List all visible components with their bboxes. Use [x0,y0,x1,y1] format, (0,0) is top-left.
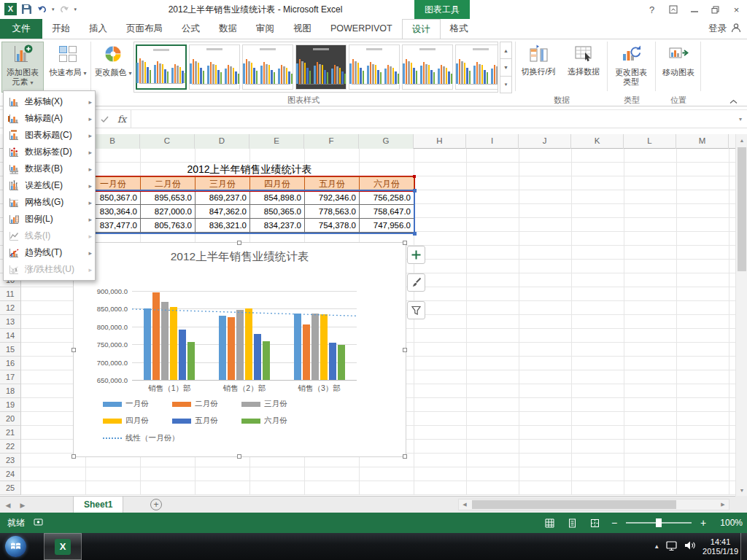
gallery-expand-button[interactable]: ▾ [500,76,512,93]
table-header-cell[interactable]: 三月份 [195,176,250,191]
show-hidden-icons-button[interactable]: ▲ [654,543,659,550]
tab-format[interactable]: 格式 [441,19,478,39]
ribbon-display-options-button[interactable] [662,0,684,19]
change-chart-type-button[interactable]: 更改图表类型 [608,42,654,93]
minimize-button[interactable] [684,0,705,19]
quick-layout-button[interactable]: 快速布局 ▾ [47,42,89,93]
chart-style-thumbnail-4[interactable] [295,44,347,90]
table-cell[interactable]: 747,956.0 [359,218,414,233]
bar-三月份-2[interactable] [236,310,244,380]
bar-五月份-2[interactable] [254,334,261,380]
bar-三月份-3[interactable] [311,314,319,380]
chart-filters-button[interactable] [407,301,425,319]
chart-resize-handle[interactable] [71,348,76,352]
tab-design[interactable]: 设计 [402,19,441,39]
menu-item-trendline[interactable]: 趋势线(T)▸ [4,244,95,261]
view-normal-button[interactable] [541,516,557,530]
zoom-out-button[interactable]: − [609,517,619,529]
x-category-label[interactable]: 销售（3）部 [282,384,357,394]
formula-input[interactable] [131,110,734,128]
help-button[interactable]: ? [641,0,662,19]
chart-elements-button[interactable] [407,246,425,264]
bar-一月份-3[interactable] [294,314,301,381]
bar-四月份-2[interactable] [245,308,252,380]
bar-五月份-3[interactable] [329,343,336,380]
zoom-slider[interactable] [626,522,692,524]
scroll-down-button[interactable]: ▼ [736,484,747,496]
vertical-scrollbar[interactable]: ▲ ▼ [735,134,747,496]
table-header-cell[interactable]: 六月份 [359,176,414,191]
clock[interactable]: 14:41 2015/1/19 [703,537,738,556]
volume-icon[interactable] [684,540,696,553]
menu-item-legend[interactable]: 图例(L)▸ [4,211,95,228]
zoom-in-button[interactable]: + [698,517,708,529]
chart-resize-handle[interactable] [403,241,407,245]
change-colors-button[interactable]: 更改颜色 ▾ [93,42,133,93]
network-icon[interactable] [666,540,678,553]
sheet-scroll-right-button[interactable]: ▶ [16,497,29,513]
column-header-J[interactable]: J [519,134,571,149]
chart-resize-handle[interactable] [403,348,407,352]
legend-item-二月份[interactable]: 二月份 [172,399,218,409]
tab-view[interactable]: 视图 [284,19,321,39]
scroll-right-button[interactable]: ▶ [717,499,729,510]
table-cell[interactable]: 854,898.0 [249,190,305,205]
chart-resize-handle[interactable] [71,454,76,459]
excel-taskbar-button[interactable]: X [44,533,82,560]
legend-item-trendline[interactable]: 线性（一月份） [103,433,179,443]
table-cell[interactable]: 754,378.0 [304,218,360,233]
table-header-cell[interactable]: 四月份 [249,176,305,191]
view-page-layout-button[interactable] [564,516,580,530]
table-cell[interactable]: 895,653.0 [140,190,196,205]
legend-item-五月份[interactable]: 五月份 [172,416,218,426]
legend-item-六月份[interactable]: 六月份 [241,416,287,426]
show-desktop-button[interactable] [740,533,747,560]
zoom-level-label[interactable]: 100% [715,518,743,528]
vertical-scrollbar-thumb[interactable] [738,147,746,271]
macro-record-button[interactable] [34,518,43,529]
table-header-cell[interactable]: 二月份 [140,176,196,191]
customize-quick-access-button[interactable]: ▾ [74,7,77,12]
table-cell[interactable]: 805,763.0 [140,218,196,233]
horizontal-scrollbar[interactable]: ◀ ▶ [458,499,729,510]
table-cell[interactable]: 836,321.0 [195,218,250,233]
table-cell[interactable]: 850,365.0 [249,204,305,219]
y-axis-label[interactable]: 750,000.0 [75,341,128,349]
table-header-cell[interactable]: 五月份 [304,176,360,191]
table-cell[interactable]: 834,237.0 [249,218,305,233]
column-header-H[interactable]: H [414,134,466,149]
menu-item-axis-titles[interactable]: 轴标题(A)▸ [4,110,95,127]
tab-powerpivot[interactable]: POWERPIVOT [321,19,402,39]
sheet-title-cell[interactable]: 2012上半年销售业绩统计表 [85,163,414,176]
add-sheet-button[interactable]: + [150,499,162,510]
chart-styles-button[interactable] [407,273,425,292]
zoom-slider-thumb[interactable] [656,518,662,527]
menu-item-data-labels[interactable]: 数据标签(D)▸ [4,144,95,160]
enter-button[interactable] [96,110,113,128]
table-cell[interactable]: 756,258.0 [359,190,414,205]
table-cell[interactable]: 778,563.0 [304,204,360,219]
y-axis-label[interactable]: 650,000.0 [75,376,128,384]
bar-一月份-2[interactable] [219,316,226,380]
column-header-I[interactable]: I [466,134,519,149]
bar-二月份-3[interactable] [303,324,310,380]
sign-in-button[interactable]: 登录 [708,19,741,39]
save-button[interactable] [21,4,32,15]
y-axis-label[interactable]: 850,000.0 [75,305,128,313]
table-cell[interactable]: 869,237.0 [195,190,250,205]
close-button[interactable]: × [726,0,747,19]
horizontal-scrollbar-thumb[interactable] [472,500,676,509]
x-category-label[interactable]: 销售（1）部 [132,384,207,394]
bar-三月份-1[interactable] [161,302,169,380]
undo-dropdown-icon[interactable]: ▾ [52,7,55,12]
insert-function-button[interactable]: fx [113,110,131,128]
legend-item-一月份[interactable]: 一月份 [103,399,149,409]
bar-二月份-2[interactable] [228,317,235,380]
chart-resize-handle[interactable] [237,241,241,245]
column-header-M[interactable]: M [676,134,729,149]
table-cell[interactable]: 758,647.0 [359,204,414,219]
bar-四月份-3[interactable] [320,314,328,380]
undo-button[interactable] [36,4,47,14]
menu-item-axes[interactable]: 坐标轴(X)▸ [4,93,95,110]
menu-item-data-table[interactable]: 数据表(B)▸ [4,160,95,177]
